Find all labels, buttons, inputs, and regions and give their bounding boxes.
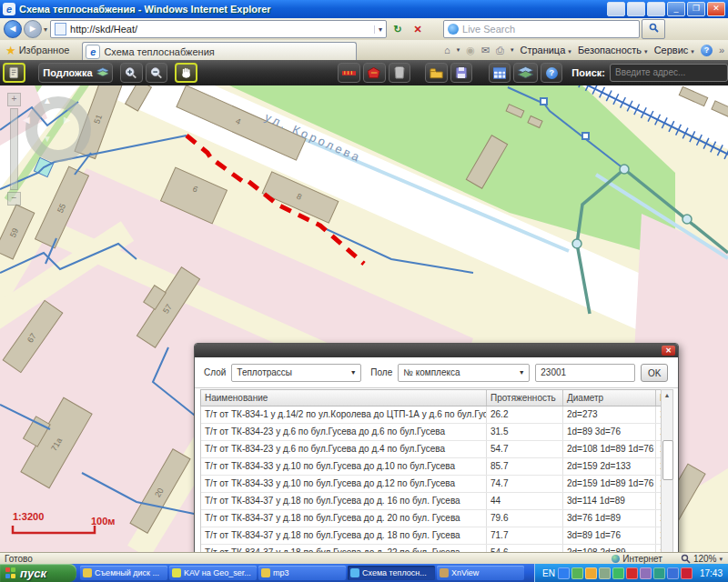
underlay-button[interactable]: Подложка xyxy=(38,63,113,83)
cell-name[interactable]: Т/т от ТК-834-33 у д.10 по бул.Гусева до… xyxy=(201,458,487,475)
taskbar-task[interactable]: Схема теплосн... xyxy=(348,566,435,580)
measure-area-button[interactable] xyxy=(363,63,385,83)
cell-length[interactable]: 71.7 xyxy=(487,527,563,544)
tray-icon[interactable] xyxy=(558,567,570,579)
dialog-titlebar[interactable]: ✕ xyxy=(195,344,678,357)
save-button[interactable] xyxy=(450,63,472,83)
table-row[interactable]: Т/т от ТК-834-37 у д.18 по бул.Гусева до… xyxy=(201,510,673,527)
cell-name[interactable]: Т/т от ТК-834-37 у д.18 по бул.Гусева до… xyxy=(201,510,487,527)
titlebar-extra-button[interactable] xyxy=(647,2,665,16)
cell-name[interactable]: Т/т от ТК-834-1 у д.14/2 по ул.Королева … xyxy=(201,406,487,423)
clear-button[interactable] xyxy=(389,63,410,83)
identify-tool-button[interactable] xyxy=(3,63,25,83)
vertical-scrollbar[interactable]: ▲ ▼ xyxy=(661,389,673,570)
titlebar-extra-button[interactable] xyxy=(607,2,625,16)
titlebar-extra-button[interactable] xyxy=(627,2,645,16)
tray-icon[interactable] xyxy=(626,567,638,579)
cell-length[interactable]: 54.7 xyxy=(487,441,563,457)
cell-length[interactable]: 79.6 xyxy=(487,510,563,527)
back-button[interactable]: ◄ xyxy=(4,20,22,38)
rss-icon[interactable]: ◉ xyxy=(466,45,475,56)
refresh-button[interactable]: ↻ xyxy=(389,21,407,37)
stop-button[interactable]: ✕ xyxy=(409,21,427,37)
address-dropdown-icon[interactable]: ▾ xyxy=(374,25,386,34)
cell-diameter[interactable]: 3d=76 1d=89 xyxy=(563,510,656,527)
menu-page[interactable]: Страница ▾ xyxy=(520,45,571,55)
cell-name[interactable]: Т/т от ТК-834-33 у д.10 по бул.Гусева до… xyxy=(201,476,487,492)
measure-length-button[interactable] xyxy=(338,63,360,83)
address-input[interactable]: http://skd/Heat/ ▾ xyxy=(50,20,387,38)
map-search-input[interactable]: Введите адрес... xyxy=(610,64,728,82)
table-row[interactable]: Т/т от ТК-834-33 у д.10 по бул.Гусева до… xyxy=(201,458,673,476)
cell-name[interactable]: Т/т от ТК-834-37 у д.18 по бул.Гусева до… xyxy=(201,527,487,544)
table-row[interactable]: Т/т от ТК-834-37 у д.18 по бул.Гусева до… xyxy=(201,527,673,545)
tray-icon[interactable] xyxy=(585,567,597,579)
zoom-track[interactable] xyxy=(10,108,18,190)
cell-diameter[interactable]: 2d=159 1d=89 1d=76 xyxy=(563,476,656,492)
start-button[interactable]: пуск xyxy=(0,564,76,582)
cell-diameter[interactable]: 3d=114 1d=89 xyxy=(563,493,656,509)
layers-list-button[interactable] xyxy=(513,63,538,83)
clock[interactable]: 17:43 xyxy=(700,568,723,578)
cell-diameter[interactable]: 2d=108 1d=89 1d=76 xyxy=(563,441,656,457)
cell-length[interactable]: 44 xyxy=(487,493,563,509)
scroll-up-icon[interactable]: ▲ xyxy=(662,390,672,401)
cell-length[interactable]: 74.7 xyxy=(487,476,563,492)
menu-service[interactable]: Сервис ▾ xyxy=(654,45,694,55)
cell-name[interactable]: Т/т от ТК-834-23 у д.6 по бул.Гусева до … xyxy=(201,424,487,440)
tray-icon[interactable] xyxy=(571,567,583,579)
tray-icon[interactable] xyxy=(640,567,652,579)
help-icon[interactable]: ? xyxy=(701,45,713,56)
pan-right-icon[interactable]: ▶ xyxy=(64,115,71,125)
tray-icon[interactable] xyxy=(612,567,624,579)
field-select[interactable]: № комплекса ▼ xyxy=(398,364,530,382)
table-row[interactable]: Т/т от ТК-834-33 у д.10 по бул.Гусева до… xyxy=(201,476,673,493)
zoom-out-control-icon[interactable]: − xyxy=(7,192,21,206)
layer-select[interactable]: Теплотрассы ▼ xyxy=(231,364,361,382)
language-indicator[interactable]: EN xyxy=(542,568,555,578)
column-header-name[interactable]: Наименование xyxy=(201,390,487,406)
zoom-slider[interactable]: + − xyxy=(7,93,21,204)
cell-diameter[interactable]: 2d=159 2d=133 xyxy=(563,458,656,475)
cell-name[interactable]: Т/т от ТК-834-23 у д.6 по бул.Гусева до … xyxy=(201,441,487,457)
pan-left-icon[interactable]: ◀ xyxy=(23,115,30,125)
dialog-close-button[interactable]: ✕ xyxy=(662,346,675,356)
cell-diameter[interactable]: 3d=89 1d=76 xyxy=(563,527,656,544)
cell-length[interactable]: 31.5 xyxy=(487,424,563,440)
cell-diameter[interactable]: 1d=89 3d=76 xyxy=(563,424,656,440)
taskbar-task[interactable]: KAV на Geo_ser... xyxy=(169,566,257,580)
taskbar-task[interactable]: Съемный диск ... xyxy=(80,566,167,580)
overflow-chevron-icon[interactable]: » xyxy=(719,45,724,55)
zoom-dropdown-icon[interactable]: ▾ xyxy=(719,556,723,563)
pan-ring[interactable] xyxy=(25,96,91,162)
zoom-in-control-icon[interactable]: + xyxy=(7,93,21,106)
home-icon[interactable]: ⌂ xyxy=(444,45,450,55)
vertical-scroll-thumb[interactable] xyxy=(662,440,673,480)
column-header-diameter[interactable]: Диаметр xyxy=(563,390,656,406)
query-input[interactable]: 23001 xyxy=(535,364,635,382)
mail-icon[interactable]: ✉ xyxy=(481,45,490,56)
favorites-star-icon[interactable]: ★ xyxy=(5,44,16,57)
print-dropdown-icon[interactable]: ▾ xyxy=(511,46,514,54)
history-dropdown-icon[interactable]: ▾ xyxy=(44,25,47,34)
cell-length[interactable]: 26.2 xyxy=(487,406,563,423)
pan-up-icon[interactable]: ▲ xyxy=(43,95,52,105)
tray-icon[interactable] xyxy=(653,567,665,579)
column-header-length[interactable]: Протяженность xyxy=(487,390,563,406)
minimize-button[interactable]: _ xyxy=(667,2,685,16)
pan-tool-button[interactable] xyxy=(175,63,197,83)
table-row[interactable]: Т/т от ТК-834-37 у д.18 по бул.Гусева до… xyxy=(201,493,673,510)
cell-length[interactable]: 85.7 xyxy=(487,458,563,475)
app-help-button[interactable]: ? xyxy=(541,63,562,83)
home-dropdown-icon[interactable]: ▾ xyxy=(457,46,460,54)
live-search-input[interactable]: Live Search xyxy=(443,20,640,38)
zoom-out-button[interactable] xyxy=(146,63,167,83)
cell-diameter[interactable]: 2d=273 xyxy=(563,406,656,423)
favorites-label[interactable]: Избранное xyxy=(19,45,70,55)
pan-down-icon[interactable]: ▼ xyxy=(43,134,52,144)
table-row[interactable]: Т/т от ТК-834-23 у д.6 по бул.Гусева до … xyxy=(201,424,673,441)
attribute-table-button[interactable] xyxy=(489,63,511,83)
open-button[interactable] xyxy=(425,63,448,83)
tray-icon[interactable] xyxy=(681,567,693,579)
taskbar-task[interactable]: XnView xyxy=(437,566,524,580)
